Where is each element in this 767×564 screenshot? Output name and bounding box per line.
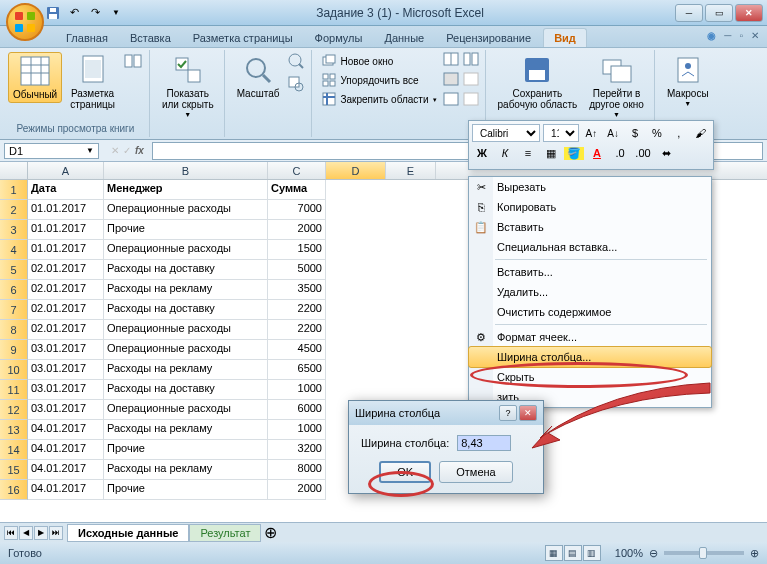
col-header[interactable]: B [104,162,268,179]
cm-paste[interactable]: 📋Вставить [469,217,711,237]
split-button[interactable] [443,52,459,70]
currency-icon[interactable]: $ [626,124,645,142]
percent-icon[interactable]: % [647,124,666,142]
close-doc-icon[interactable]: ✕ [751,30,759,41]
qat-dropdown-icon[interactable]: ▼ [107,4,125,22]
cell[interactable]: 02.01.2017 [28,280,104,300]
normal-view-button[interactable]: Обычный [8,52,62,103]
tab-insert[interactable]: Вставка [120,29,181,47]
cell[interactable]: 04.01.2017 [28,480,104,500]
row-header[interactable]: 1 [0,180,28,200]
show-hide-button[interactable]: Показать или скрыть ▼ [158,52,218,120]
cell[interactable]: Дата [28,180,104,200]
select-all-corner[interactable] [0,162,28,179]
row-header[interactable]: 11 [0,380,28,400]
normal-view-icon[interactable]: ▦ [545,545,563,561]
cell[interactable]: Операционные расходы [104,340,268,360]
minimize-button[interactable]: ─ [675,4,703,22]
cell[interactable]: 01.01.2017 [28,220,104,240]
row-header[interactable]: 16 [0,480,28,500]
merge-icon[interactable]: ⬌ [656,144,676,162]
paint-icon[interactable]: 🖌 [691,124,710,142]
align-center-icon[interactable]: ≡ [518,144,538,162]
row-header[interactable]: 15 [0,460,28,480]
row-header[interactable]: 3 [0,220,28,240]
comma-icon[interactable]: , [669,124,688,142]
increase-decimal-icon[interactable]: .00 [633,144,653,162]
col-header[interactable]: A [28,162,104,179]
size-select[interactable]: 11 [543,124,579,142]
cell[interactable]: 1000 [268,380,326,400]
cm-insert[interactable]: Вставить... [469,262,711,282]
cm-copy[interactable]: ⎘Копировать [469,197,711,217]
cell[interactable]: Прочие [104,440,268,460]
tab-formulas[interactable]: Формулы [305,29,373,47]
cell[interactable]: Расходы на рекламу [104,280,268,300]
cm-clear[interactable]: Очистить содержимое [469,302,711,322]
cell[interactable]: 03.01.2017 [28,400,104,420]
cancel-button[interactable]: Отмена [439,461,512,483]
cell[interactable]: Операционные расходы [104,240,268,260]
min-ribbon-icon[interactable]: ─ [724,30,731,41]
col-header[interactable]: D [326,162,386,179]
row-header[interactable]: 6 [0,280,28,300]
help-icon[interactable]: ◉ [707,30,716,41]
new-window-button[interactable]: Новое окно [320,52,438,70]
tab-data[interactable]: Данные [374,29,434,47]
save-icon[interactable] [44,4,62,22]
sheet-tab-source[interactable]: Исходные данные [67,524,189,542]
arrange-all-button[interactable]: Упорядочить все [320,71,438,89]
fx-icon[interactable]: fx [135,145,144,156]
pagebreak-view-icon[interactable]: ▥ [583,545,601,561]
cell[interactable]: Расходы на доставку [104,380,268,400]
font-color-icon[interactable]: A [587,144,607,162]
switch-window-button[interactable]: Перейти в другое окно ▼ [585,52,648,120]
cell[interactable]: 03.01.2017 [28,380,104,400]
bold-icon[interactable]: Ж [472,144,492,162]
cell[interactable]: 6500 [268,360,326,380]
unhide-button[interactable] [443,92,459,110]
view-side-button[interactable] [463,52,479,70]
shrink-font-icon[interactable]: A↓ [604,124,623,142]
grow-font-icon[interactable]: A↑ [582,124,601,142]
zoom-100-button[interactable] [287,52,305,74]
cell[interactable]: 8000 [268,460,326,480]
enter-formula-icon[interactable]: ✓ [123,145,131,156]
save-workspace-button[interactable]: Сохранить рабочую область [494,52,582,112]
close-button[interactable]: ✕ [735,4,763,22]
cell[interactable]: 3500 [268,280,326,300]
cell[interactable]: 02.01.2017 [28,320,104,340]
sheet-tab-result[interactable]: Результат [189,524,261,542]
cell[interactable]: 3200 [268,440,326,460]
hide-button[interactable] [443,72,459,90]
first-sheet-icon[interactable]: ⏮ [4,526,18,540]
reset-pos-button[interactable] [463,92,479,110]
macros-button[interactable]: Макросы ▼ [663,52,713,109]
row-header[interactable]: 5 [0,260,28,280]
cell[interactable]: 01.01.2017 [28,240,104,260]
cell[interactable]: Расходы на рекламу [104,360,268,380]
sync-scroll-button[interactable] [463,72,479,90]
col-header[interactable]: E [386,162,436,179]
page-break-button[interactable] [123,52,143,70]
cm-format-cells[interactable]: ⚙Формат ячеек... [469,327,711,347]
office-button[interactable] [6,3,44,41]
row-header[interactable]: 2 [0,200,28,220]
col-header[interactable]: C [268,162,326,179]
undo-icon[interactable]: ↶ [65,4,83,22]
cm-paste-special[interactable]: Специальная вставка... [469,237,711,257]
cancel-formula-icon[interactable]: ✕ [111,145,119,156]
cell[interactable]: 1000 [268,420,326,440]
cell[interactable]: Менеджер [104,180,268,200]
cell[interactable]: 2200 [268,320,326,340]
row-header[interactable]: 8 [0,320,28,340]
cell[interactable]: 04.01.2017 [28,440,104,460]
tab-view[interactable]: Вид [543,28,587,47]
cell[interactable]: Расходы на рекламу [104,420,268,440]
cell[interactable]: Прочие [104,480,268,500]
row-header[interactable]: 10 [0,360,28,380]
cell[interactable]: Операционные расходы [104,320,268,340]
cm-delete[interactable]: Удалить... [469,282,711,302]
cell[interactable]: 2000 [268,480,326,500]
cell[interactable]: 04.01.2017 [28,460,104,480]
